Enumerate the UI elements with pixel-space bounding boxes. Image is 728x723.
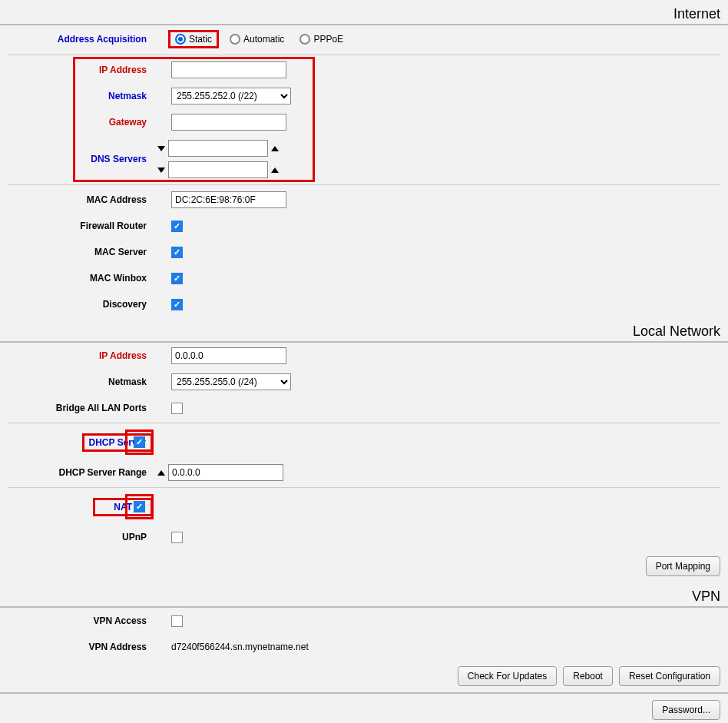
local-netmask-label: Netmask [0, 376, 157, 387]
section-header-internet: Internet [0, 2, 728, 25]
mac-server-label: MAC Server [0, 247, 157, 257]
radio-automatic-label: Automatic [243, 34, 284, 45]
radio-automatic[interactable]: Automatic [228, 32, 289, 46]
vpn-access-label: VPN Access [0, 615, 157, 626]
radio-dot-icon [299, 34, 310, 45]
firewall-router-checkbox[interactable] [171, 221, 183, 232]
netmask-label: Netmask [0, 91, 157, 101]
password-button[interactable]: Password... [652, 700, 720, 720]
ip-address-input[interactable] [171, 61, 286, 78]
bridge-lan-label: Bridge All LAN Ports [0, 403, 157, 413]
dns-servers-label: DNS Servers [0, 154, 157, 164]
local-ip-address-label: IP Address [0, 350, 157, 361]
upnp-label: UPnP [0, 532, 157, 542]
ip-address-label: IP Address [0, 65, 157, 75]
add-icon[interactable] [271, 167, 279, 173]
check-for-updates-button[interactable]: Check For Updates [458, 666, 557, 686]
collapse-icon[interactable] [157, 167, 165, 173]
radio-dot-icon [230, 34, 240, 45]
vpn-address-label: VPN Address [0, 642, 157, 652]
gateway-label: Gateway [0, 117, 157, 128]
discovery-label: Discovery [0, 299, 157, 310]
netmask-select[interactable]: 255.255.252.0 (/22) [171, 88, 291, 104]
section-header-vpn: VPN [0, 584, 728, 608]
add-icon[interactable] [271, 146, 279, 151]
local-ip-address-input[interactable] [171, 347, 286, 364]
vpn-access-checkbox[interactable] [171, 615, 183, 627]
dns-server-1-input[interactable] [168, 140, 268, 157]
dhcp-server-checkbox[interactable] [134, 436, 145, 448]
mac-winbox-label: MAC Winbox [0, 273, 157, 284]
mac-address-input[interactable] [171, 191, 286, 208]
vpn-address-value: d7240f566244.sn.mynetname.net [171, 642, 309, 652]
mac-winbox-checkbox[interactable] [171, 273, 183, 284]
address-acquisition-label: Address Acquisition [0, 34, 157, 45]
dhcp-range-input[interactable] [168, 464, 283, 481]
dns-server-2-input[interactable] [168, 161, 268, 178]
expand-icon[interactable] [157, 470, 165, 476]
port-mapping-button[interactable]: Port Mapping [646, 556, 720, 576]
radio-dot-icon [175, 34, 186, 45]
firewall-router-label: Firewall Router [0, 221, 157, 231]
local-netmask-select[interactable]: 255.255.255.0 (/24) [171, 373, 291, 390]
reboot-button[interactable]: Reboot [563, 666, 613, 686]
radio-static[interactable]: Static [168, 30, 219, 48]
reset-configuration-button[interactable]: Reset Configuration [619, 666, 720, 686]
collapse-icon[interactable] [157, 146, 165, 151]
upnp-checkbox[interactable] [171, 532, 183, 543]
radio-pppoe[interactable]: PPPoE [298, 32, 348, 46]
radio-pppoe-label: PPPoE [313, 34, 343, 45]
gateway-input[interactable] [171, 114, 286, 131]
discovery-checkbox[interactable] [171, 299, 183, 310]
mac-address-label: MAC Address [0, 194, 157, 205]
radio-static-label: Static [189, 34, 212, 45]
bridge-lan-checkbox[interactable] [171, 403, 183, 414]
nat-checkbox[interactable] [134, 501, 145, 512]
dhcp-range-label: DHCP Server Range [0, 467, 157, 478]
section-header-local: Local Network [0, 319, 728, 343]
mac-server-checkbox[interactable] [171, 247, 183, 258]
